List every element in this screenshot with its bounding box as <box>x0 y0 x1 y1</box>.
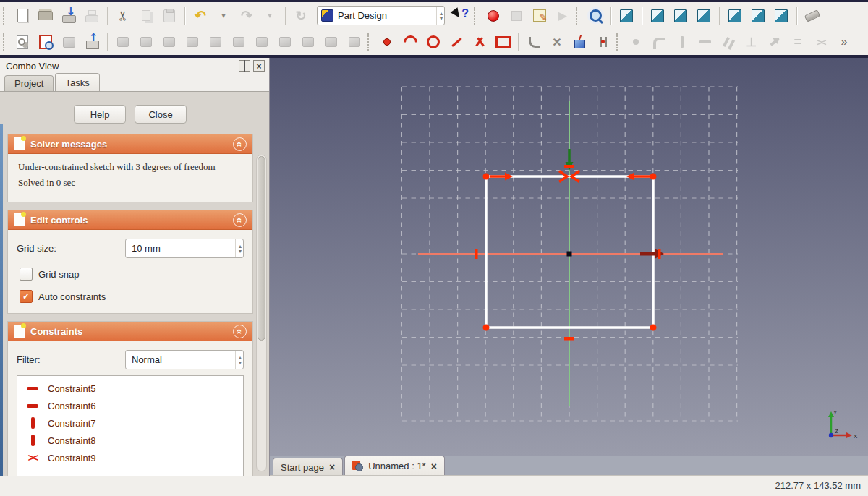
constraint-list-item[interactable]: Constraint7 <box>17 414 243 432</box>
external-geometry-button[interactable] <box>569 31 591 53</box>
constraint-vertical-icon <box>25 435 41 446</box>
open-document-button[interactable] <box>35 5 56 27</box>
polyline-icon <box>470 33 489 51</box>
scrollbar-thumb[interactable] <box>258 156 265 341</box>
create-point-button[interactable] <box>376 31 398 53</box>
vertex-top-right[interactable] <box>650 174 657 180</box>
constraints-header[interactable]: Constraints <box>8 322 252 341</box>
help-button[interactable]: Help <box>74 105 126 124</box>
origin-point[interactable] <box>567 252 572 257</box>
multi-transform-button <box>344 31 365 53</box>
tab-project[interactable]: Project <box>4 75 54 91</box>
spinner-arrows-icon[interactable]: ▴▾ <box>235 239 242 257</box>
view-rear-button[interactable] <box>724 5 746 27</box>
trim-edge-button[interactable] <box>546 31 568 53</box>
create-circle-button[interactable] <box>422 31 444 53</box>
spinner-arrows-icon[interactable]: ▴▾ <box>436 7 443 25</box>
constraint-filter-select[interactable]: Normal ▴▾ <box>125 350 244 369</box>
view-front-button[interactable] <box>647 5 668 27</box>
view-top-button[interactable] <box>670 5 692 27</box>
close-icon <box>256 61 261 72</box>
view-axonometric-button[interactable] <box>616 5 637 27</box>
constraint-list-item[interactable]: Constraint8 <box>17 432 243 449</box>
horizontal-constraint-marker-bottom[interactable] <box>564 337 574 341</box>
document-tab-unnamed-1[interactable]: Unnamed : 1*× <box>344 456 445 476</box>
pad-button <box>112 31 134 53</box>
cube-icon <box>617 7 636 25</box>
tab-close-icon[interactable]: × <box>431 461 437 472</box>
c-horizontal-icon <box>696 33 715 51</box>
sketch-view-icon <box>36 33 55 51</box>
leave-sketch-button[interactable] <box>81 31 103 53</box>
document-tab-bar: Start page×Unnamed : 1*× <box>269 456 868 476</box>
whatsthis-icon <box>451 7 470 25</box>
spinner-arrows-icon[interactable]: ▴▾ <box>235 351 242 369</box>
toggle-construction-button[interactable] <box>592 31 614 53</box>
print-button <box>81 5 103 27</box>
document-tab-start-page[interactable]: Start page× <box>273 458 343 476</box>
macro-record-button[interactable] <box>482 5 504 27</box>
document-tab-label: Start page <box>281 462 324 473</box>
vertex-bottom-left[interactable] <box>483 325 490 331</box>
combo-view-panel: Combo View Project Tasks Help Close Solv… <box>0 58 270 476</box>
constraint-list[interactable]: Constraint5Constraint6Constraint7Constra… <box>17 375 244 476</box>
fit-all-button[interactable] <box>584 5 606 27</box>
measure-eraser-button[interactable] <box>801 5 823 27</box>
solver-messages-header[interactable]: Solver messages <box>8 134 252 154</box>
grid-size-select[interactable]: 10 mm ▴▾ <box>125 239 244 258</box>
auto-constraints-checkbox[interactable] <box>20 290 33 303</box>
c-equal-icon <box>788 33 807 51</box>
view-bottom-button[interactable] <box>747 5 769 27</box>
tab-close-icon[interactable]: × <box>329 461 335 473</box>
create-sketch-fillet-button[interactable] <box>523 31 545 53</box>
vertex-top-left[interactable] <box>483 174 490 180</box>
line-icon <box>447 33 466 51</box>
toolbar-overflow-button[interactable] <box>833 31 855 53</box>
cut-button[interactable] <box>112 5 134 27</box>
grid-snap-checkbox[interactable] <box>20 268 33 281</box>
new-document-button[interactable] <box>12 5 33 27</box>
collapse-icon[interactable] <box>233 325 247 338</box>
arc-icon <box>401 33 420 51</box>
constraint-list-item[interactable]: Constraint9 <box>17 449 243 466</box>
undo-menu-button[interactable] <box>213 5 234 27</box>
macro-edit-button[interactable] <box>529 5 550 27</box>
toolbar-grip <box>3 7 8 25</box>
create-sketch-button[interactable] <box>12 31 33 53</box>
gray3d-icon <box>299 33 318 51</box>
vertical-constraint-marker-left[interactable] <box>475 249 478 259</box>
collapse-icon[interactable] <box>233 213 247 227</box>
vertex-bottom-right[interactable] <box>650 325 657 331</box>
view-sketch-button[interactable] <box>35 31 56 53</box>
constraint-list-item[interactable]: Constraint6 <box>17 397 243 414</box>
create-arc-button[interactable] <box>399 31 421 53</box>
panel-close-button[interactable] <box>253 60 265 72</box>
horizontal-constraint-marker-top[interactable] <box>564 165 574 168</box>
constraint-label: Constraint8 <box>48 435 95 446</box>
create-line-button[interactable] <box>446 31 467 53</box>
undo-button[interactable] <box>190 5 211 27</box>
vertical-constraint-marker-right[interactable] <box>658 249 661 259</box>
trim-icon <box>548 33 566 51</box>
panel-title: Combo View <box>6 61 59 72</box>
create-polyline-button[interactable] <box>469 31 490 53</box>
cube-icon <box>749 7 767 25</box>
tab-tasks[interactable]: Tasks <box>55 73 99 91</box>
redo-menu-button <box>259 5 281 27</box>
save-document-button[interactable] <box>58 5 80 27</box>
workbench-selector[interactable]: Part Design▴▾ <box>317 6 445 25</box>
collapse-icon[interactable] <box>233 137 247 151</box>
close-button[interactable]: Close <box>135 105 187 124</box>
panel-float-button[interactable] <box>239 60 250 72</box>
view-right-button[interactable] <box>693 5 715 27</box>
axis-label-y: Y <box>833 409 838 416</box>
mirrored-button <box>274 31 296 53</box>
edit-controls-header[interactable]: Edit controls <box>8 210 252 230</box>
view-left-button[interactable] <box>770 5 792 27</box>
create-rectangle-button[interactable] <box>492 31 514 53</box>
whats-this-button[interactable] <box>450 5 472 27</box>
constraint-list-item[interactable]: Constraint5 <box>17 380 243 397</box>
c-tangent-icon <box>765 33 784 51</box>
panel-scrollbar[interactable] <box>256 155 267 471</box>
3d-viewport[interactable]: Y X Z <box>269 58 868 456</box>
